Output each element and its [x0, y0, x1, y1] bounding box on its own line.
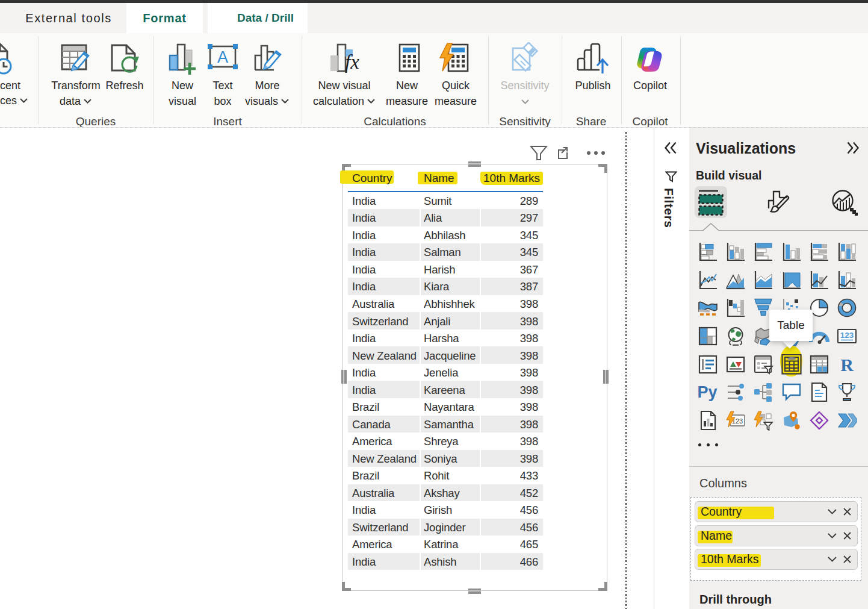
- svg-text:A: A: [217, 48, 228, 66]
- svg-text:123: 123: [840, 331, 854, 340]
- svg-text:Py: Py: [698, 383, 718, 401]
- svg-text:fx: fx: [345, 51, 359, 73]
- svg-text:R: R: [840, 355, 854, 375]
